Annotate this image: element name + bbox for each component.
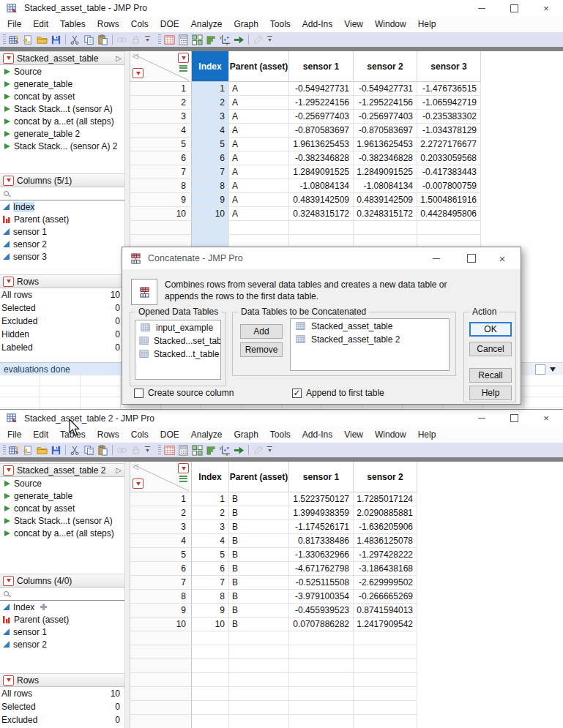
cell-sensor-2[interactable]: -1.636205906 bbox=[354, 520, 417, 534]
row-number[interactable] bbox=[130, 645, 192, 659]
row-number[interactable]: 7 bbox=[130, 576, 192, 590]
cell-sensor-1[interactable]: 1.2849091525 bbox=[289, 165, 354, 179]
script-item-concat-by-asset[interactable]: concat by asset bbox=[0, 90, 124, 102]
row-number[interactable]: 8 bbox=[130, 590, 192, 604]
row-number[interactable]: 10 bbox=[130, 618, 192, 631]
list-item-input-example[interactable]: input_example bbox=[135, 320, 220, 334]
red-triangle-menu-icon[interactable] bbox=[3, 176, 14, 186]
cell-sensor-3[interactable]: -0.417383443 bbox=[417, 165, 481, 179]
script-item-concat-by-asset[interactable]: concat by asset bbox=[0, 502, 124, 514]
chevron-right-icon[interactable]: ▷ bbox=[116, 466, 122, 474]
column-item-parent-asset[interactable]: Parent (asset) bbox=[0, 213, 124, 225]
red-triangle-menu-icon[interactable] bbox=[3, 576, 14, 586]
list-item-stacked-asset-table[interactable]: Stacked_asset_table bbox=[291, 319, 449, 332]
bar-chart-icon[interactable] bbox=[205, 444, 217, 457]
remove-button[interactable]: Remove bbox=[240, 342, 283, 357]
minimize-button[interactable] bbox=[471, 410, 493, 426]
menu-item-tools[interactable]: Tools bbox=[264, 427, 297, 442]
menu-item-rows[interactable]: Rows bbox=[92, 427, 125, 442]
rows-menu-icon[interactable] bbox=[133, 68, 143, 78]
row-number[interactable]: 5 bbox=[130, 548, 192, 562]
cell-index[interactable]: 3 bbox=[192, 520, 229, 534]
cell-parent-asset[interactable]: A bbox=[229, 179, 289, 193]
cell-sensor-3[interactable]: 2.2727176677 bbox=[417, 138, 481, 151]
cell-sensor-2[interactable] bbox=[354, 687, 417, 701]
script-item-stack-stack-sensor-a-2[interactable]: Stack Stack... (sensor A) 2 bbox=[0, 140, 124, 152]
cell-parent-asset[interactable] bbox=[229, 659, 289, 673]
cell-parent-asset[interactable] bbox=[229, 221, 289, 235]
column-item-sensor-3[interactable]: sensor 3 bbox=[0, 250, 124, 263]
cell-index[interactable]: 10 bbox=[192, 618, 229, 631]
cell-index[interactable]: 1 bbox=[192, 492, 229, 506]
cell-index[interactable]: 9 bbox=[192, 193, 229, 207]
row-number[interactable] bbox=[130, 701, 192, 715]
concat-tables-list[interactable]: Stacked_asset_tableStacked_asset_table 2 bbox=[290, 318, 450, 371]
cell-sensor-2[interactable]: 0.4839142509 bbox=[354, 193, 417, 207]
script-item-generate-table[interactable]: generate_table bbox=[0, 489, 124, 502]
maximize-button[interactable] bbox=[461, 247, 482, 269]
title-bar[interactable]: Stacked_asset_table 2 - JMP Pro × bbox=[0, 410, 563, 427]
toolbar-overflow-icon[interactable]: ▾ bbox=[267, 36, 272, 43]
cell-sensor-3[interactable]: 0.4428495806 bbox=[417, 207, 481, 221]
flow-arrow-icon[interactable] bbox=[233, 34, 245, 46]
paste-icon[interactable] bbox=[97, 444, 109, 457]
row-number[interactable] bbox=[130, 673, 192, 687]
cell-index[interactable]: 9 bbox=[192, 604, 229, 618]
status-checkbox[interactable] bbox=[535, 364, 545, 375]
cell-sensor-3[interactable]: 0.2033059568 bbox=[417, 151, 481, 165]
column-header-sensor-1[interactable]: sensor 1 bbox=[289, 462, 354, 492]
cell-sensor-2[interactable]: -1.297428222 bbox=[354, 548, 417, 562]
import-icon[interactable] bbox=[22, 34, 34, 46]
menu-item-cols[interactable]: Cols bbox=[125, 17, 154, 31]
column-header-sensor-3[interactable]: sensor 3 bbox=[417, 51, 481, 82]
cell-parent-asset[interactable] bbox=[229, 715, 289, 728]
pencil-icon[interactable] bbox=[252, 444, 264, 457]
cell-parent-asset[interactable]: A bbox=[229, 193, 289, 207]
row-number[interactable]: 3 bbox=[130, 110, 192, 124]
yx-plot-icon[interactable]: yx bbox=[219, 444, 231, 457]
cell-index[interactable]: 4 bbox=[192, 124, 229, 138]
script-item-stack-stack-t-sensor-a[interactable]: Stack Stack...t (sensor A) bbox=[0, 514, 124, 527]
row-number[interactable]: 4 bbox=[130, 124, 192, 138]
cell-sensor-1[interactable]: 0.0707886282 bbox=[289, 618, 354, 631]
cell-parent-asset[interactable]: A bbox=[229, 82, 289, 96]
cell-sensor-2[interactable] bbox=[354, 221, 417, 235]
column-header-parent-asset[interactable]: Parent (asset) bbox=[229, 462, 289, 492]
cell-sensor-2[interactable]: 2.0290885881 bbox=[354, 506, 417, 520]
cell-sensor-1[interactable]: -1.08084134 bbox=[289, 179, 354, 193]
import-icon[interactable] bbox=[22, 444, 34, 457]
menu-item-doe[interactable]: DOE bbox=[154, 17, 185, 31]
cell-sensor-3[interactable]: -1.476736515 bbox=[417, 82, 481, 96]
cell-sensor-2[interactable]: 1.2849091525 bbox=[354, 165, 417, 179]
cell-sensor-3[interactable]: -1.065942719 bbox=[417, 96, 481, 110]
list-item-stacked-t-table-2[interactable]: Stacked...t_table 2 bbox=[135, 347, 220, 360]
cell-sensor-1[interactable]: 0.4839142509 bbox=[289, 193, 354, 207]
cell-sensor-2[interactable]: -0.256977403 bbox=[354, 110, 417, 124]
menu-item-edit[interactable]: Edit bbox=[27, 427, 54, 442]
row-number[interactable]: 1 bbox=[130, 492, 192, 506]
cell-sensor-2[interactable]: -2.629999502 bbox=[354, 576, 417, 590]
script-item-source[interactable]: Source bbox=[0, 65, 124, 78]
row-number[interactable] bbox=[130, 659, 192, 673]
ok-button[interactable]: OK bbox=[469, 322, 512, 337]
row-number[interactable]: 6 bbox=[130, 562, 192, 576]
collapse-triangle-icon[interactable]: ◁ bbox=[133, 52, 138, 60]
column-header-sensor-2[interactable]: sensor 2 bbox=[354, 51, 417, 82]
cell-sensor-2[interactable]: 1.2417909542 bbox=[354, 618, 417, 631]
toolbar-overflow-icon[interactable]: ▾ bbox=[267, 446, 272, 454]
collapse-triangle-icon[interactable]: ◁ bbox=[133, 462, 138, 470]
cell-parent-asset[interactable]: A bbox=[229, 110, 289, 124]
rows-panel-header[interactable]: Rows bbox=[0, 274, 124, 288]
cell-sensor-2[interactable] bbox=[354, 659, 417, 673]
calculator-icon[interactable] bbox=[177, 34, 190, 46]
column-header-sensor-2[interactable]: sensor 2 bbox=[354, 462, 417, 492]
table-panel-header[interactable]: Stacked_asset_table ▷ bbox=[0, 51, 124, 65]
cell-index[interactable] bbox=[192, 673, 229, 687]
create-source-checkbox[interactable] bbox=[134, 389, 143, 398]
cell-sensor-3[interactable]: -0.007800759 bbox=[417, 179, 481, 193]
cell-index[interactable]: 4 bbox=[192, 534, 229, 548]
cell-parent-asset[interactable]: B bbox=[229, 492, 289, 506]
row-number[interactable]: 6 bbox=[130, 151, 192, 165]
cell-sensor-1[interactable]: -4.671762798 bbox=[289, 562, 354, 576]
row-number[interactable]: 10 bbox=[130, 207, 192, 221]
